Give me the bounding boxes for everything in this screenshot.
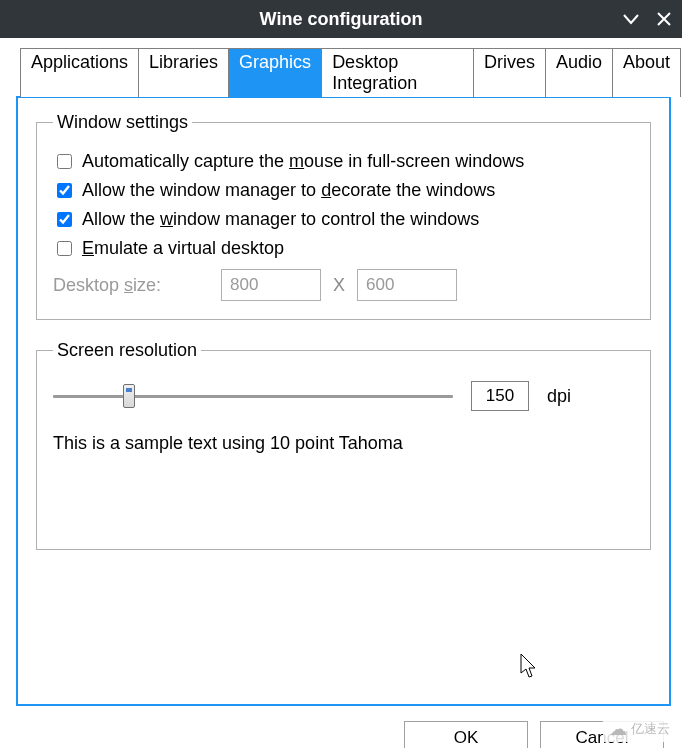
close-icon[interactable] xyxy=(656,11,672,27)
tab-desktop-integration[interactable]: Desktop Integration xyxy=(321,48,474,97)
dpi-slider-row: dpi xyxy=(53,381,634,411)
tab-panel-graphics: Window settings Automatically capture th… xyxy=(16,96,671,706)
check-auto-capture-box[interactable] xyxy=(57,154,72,169)
check-wm-decorate[interactable]: Allow the window manager to decorate the… xyxy=(53,180,634,201)
window-title: Wine configuration xyxy=(260,9,423,30)
dialog-content: Applications Libraries Graphics Desktop … xyxy=(0,38,682,748)
watermark-text: 亿速云 xyxy=(631,720,670,738)
check-wm-decorate-box[interactable] xyxy=(57,183,72,198)
sample-text: This is a sample text using 10 point Tah… xyxy=(53,433,634,454)
tab-about[interactable]: About xyxy=(612,48,681,97)
dpi-input[interactable] xyxy=(471,381,529,411)
tab-audio[interactable]: Audio xyxy=(545,48,613,97)
group-screen-resolution-legend: Screen resolution xyxy=(53,340,201,361)
check-wm-control-box[interactable] xyxy=(57,212,72,227)
check-auto-capture[interactable]: Automatically capture the mouse in full-… xyxy=(53,151,634,172)
dpi-slider-thumb[interactable] xyxy=(123,384,135,408)
watermark: ☁ 亿速云 xyxy=(603,716,676,742)
tab-applications[interactable]: Applications xyxy=(20,48,139,97)
dialog-button-row: OK Cancel xyxy=(2,707,680,748)
group-window-settings-legend: Window settings xyxy=(53,112,192,133)
desktop-size-row: Desktop size: X xyxy=(53,269,634,301)
group-screen-resolution: Screen resolution dpi This is a sample t… xyxy=(36,340,651,550)
desktop-height-input xyxy=(357,269,457,301)
titlebar: Wine configuration xyxy=(0,0,682,38)
desktop-size-label: Desktop size: xyxy=(53,275,161,296)
cloud-icon: ☁ xyxy=(609,720,627,738)
check-virtual-desktop-box[interactable] xyxy=(57,241,72,256)
tab-drives[interactable]: Drives xyxy=(473,48,546,97)
dpi-slider[interactable] xyxy=(53,382,453,410)
check-wm-control[interactable]: Allow the window manager to control the … xyxy=(53,209,634,230)
dpi-unit-label: dpi xyxy=(547,386,571,407)
desktop-width-input xyxy=(221,269,321,301)
tab-libraries[interactable]: Libraries xyxy=(138,48,229,97)
desktop-size-sep: X xyxy=(333,275,345,296)
mouse-cursor-icon xyxy=(520,653,538,683)
check-virtual-desktop[interactable]: Emulate a virtual desktop xyxy=(53,238,634,259)
titlebar-controls xyxy=(622,0,672,38)
minimize-icon[interactable] xyxy=(622,10,640,28)
tab-graphics[interactable]: Graphics xyxy=(228,48,322,97)
ok-button[interactable]: OK xyxy=(404,721,528,748)
tab-bar: Applications Libraries Graphics Desktop … xyxy=(2,48,680,97)
group-window-settings: Window settings Automatically capture th… xyxy=(36,112,651,320)
